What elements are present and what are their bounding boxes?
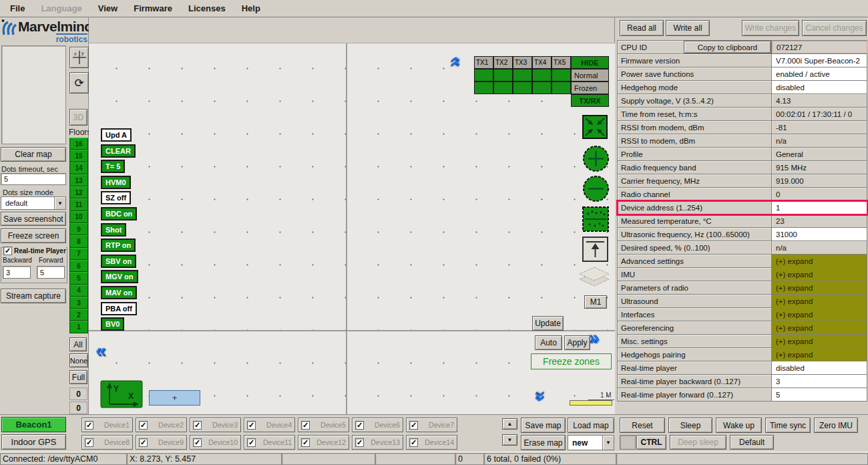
param-value[interactable]: (+) expand [772,255,867,267]
mode-button-pba-off[interactable]: PBA off [101,302,137,315]
device-checkbox[interactable]: ✓ [409,421,418,430]
align-top-button[interactable] [582,237,608,263]
device-cell-device5[interactable]: ✓Device5 [298,418,349,432]
tx-hide-button[interactable]: HIDE [571,56,609,69]
tx-cell-frozen-tx1[interactable] [474,82,493,94]
dots-size-mode-select[interactable]: default ▼ [1,196,66,210]
floor-button-11[interactable]: 11 [69,198,88,210]
floors-all-button[interactable]: All [69,337,87,351]
time-sync-button[interactable]: Time sync [765,418,811,433]
param-value[interactable]: 31000 [772,228,867,241]
mode-button-shot[interactable]: Shot [101,223,126,237]
param-value[interactable]: n/a [772,241,867,254]
floor-button-5[interactable]: 5 [69,272,88,284]
copy-to-clipboard-button[interactable]: Copy to clipboard [684,41,771,53]
mode-button-mav-on[interactable]: MAV on [101,286,137,299]
device-checkbox[interactable]: ✓ [409,438,418,447]
menu-file[interactable]: File [3,1,32,16]
tx-cell-frozen-tx5[interactable] [552,82,571,94]
devices-scroll-down-button[interactable]: ▼ [502,434,517,446]
fit-to-screen-button[interactable] [582,115,608,140]
mode-button-bdc-on[interactable]: BDC on [101,207,137,220]
menu-language[interactable]: Language [33,1,89,16]
param-value[interactable]: 072127 [772,41,867,53]
device-checkbox[interactable]: ✓ [301,438,310,447]
forward-input[interactable]: 5 [37,266,65,279]
clear-map-button[interactable]: Clear map [1,147,66,162]
tx-cell-normal-tx5[interactable] [552,69,571,82]
param-value[interactable]: (+) expand [772,281,867,294]
device-cell-device10[interactable]: ✓Device10 [190,435,241,450]
param-value[interactable]: 915 MHz [772,161,867,174]
pan-right-chevron-icon[interactable]: « [590,331,600,350]
param-value[interactable]: (+) expand [772,348,867,361]
floor-button-6[interactable]: 6 [69,260,88,272]
freeze-zones-button[interactable]: Freeze zones [531,353,612,369]
m1-button[interactable]: M1 [584,295,607,309]
mode-button-sz-off[interactable]: SZ off [101,191,131,204]
device-checkbox[interactable]: ✓ [85,438,93,447]
param-value[interactable]: 4.13 [772,94,867,107]
tx-cell-normal-tx4[interactable] [532,69,552,82]
tx-cell-frozen-tx3[interactable] [513,82,532,94]
pan-up-chevron-icon[interactable]: « [447,56,466,67]
erase-map-button[interactable]: Erase map [521,435,566,450]
ctrl-checkbox[interactable] [620,435,636,450]
floor-button-16[interactable]: 16 [69,138,88,150]
load-map-button[interactable]: Load map [568,418,614,433]
device-cell-device8[interactable]: ✓Device8 [81,435,133,450]
param-value[interactable]: n/a [772,134,867,147]
mode-button-sbv-on[interactable]: SBV on [101,255,136,268]
device-checkbox[interactable]: ✓ [193,438,202,447]
cancel-changes-button[interactable]: Cancel changes [802,20,867,36]
device-cell-device11[interactable]: ✓Device11 [244,435,295,450]
floor-button-8[interactable]: 8 [69,235,88,247]
stream-capture-button[interactable]: Stream capture [1,289,66,303]
param-value[interactable]: 00:02:01 / 17:30:11 / 0 [772,108,867,120]
param-value[interactable]: (+) expand [772,308,867,321]
param-value[interactable]: 5 [772,388,867,401]
tx-cell-frozen-tx4[interactable] [532,82,552,94]
update-button[interactable]: Update [532,316,564,331]
floor-button-3[interactable]: 3 [69,297,88,309]
device-checkbox[interactable]: ✓ [247,438,256,447]
submap-rectangle[interactable]: + [149,390,200,406]
devices-scroll-up-button[interactable]: ▲ [502,418,517,430]
reset-button[interactable]: Reset [620,418,665,433]
param-value[interactable]: enabled / active [772,67,867,80]
mode-button-clear[interactable]: CLEAR [101,144,136,158]
show-dots-button[interactable] [582,206,609,233]
freeze-screen-button[interactable]: Freeze screen [1,228,66,243]
param-value[interactable]: (+) expand [772,335,867,347]
pan-left-chevron-icon[interactable]: « [95,341,106,360]
beacon1-tab-button[interactable]: Beacon1 [1,417,66,432]
sleep-button[interactable]: Sleep [668,418,712,433]
backward-input[interactable]: 3 [3,266,31,279]
device-cell-device9[interactable]: ✓Device9 [136,435,187,450]
ctrl-button[interactable]: CTRL [636,435,666,450]
write-changes-button[interactable]: Write changes [742,20,799,36]
view-3d-button[interactable]: 3D [69,109,87,126]
mode-button-mgv-on[interactable]: MGV on [101,270,138,283]
zoom-out-button[interactable] [582,175,610,204]
param-value[interactable]: General [772,148,867,160]
param-value[interactable]: disabled [772,361,867,374]
floor-button-13[interactable]: 13 [69,174,88,186]
dots-list-box[interactable] [1,45,66,144]
menu-firmware[interactable]: Firmware [126,1,180,16]
device-checkbox[interactable]: ✓ [355,421,364,430]
device-checkbox[interactable]: ✓ [193,421,202,430]
device-cell-device7[interactable]: ✓Device7 [406,418,457,432]
read-all-button[interactable]: Read all [620,20,664,36]
menu-help[interactable]: Help [234,1,268,16]
param-value[interactable]: V7.000i Super-Beacon-2 [772,54,867,67]
zoom-in-button[interactable] [582,145,610,174]
tx-cell-normal-tx2[interactable] [493,69,513,82]
device-checkbox[interactable]: ✓ [355,438,364,447]
tx-cell-frozen-tx2[interactable] [493,82,513,94]
default-button[interactable]: Default [730,435,774,450]
floor-button-4[interactable]: 4 [69,285,88,297]
param-value[interactable]: (+) expand [772,295,867,307]
floors-none-button[interactable]: None [69,353,88,367]
floor-button-15[interactable]: 15 [69,150,88,162]
